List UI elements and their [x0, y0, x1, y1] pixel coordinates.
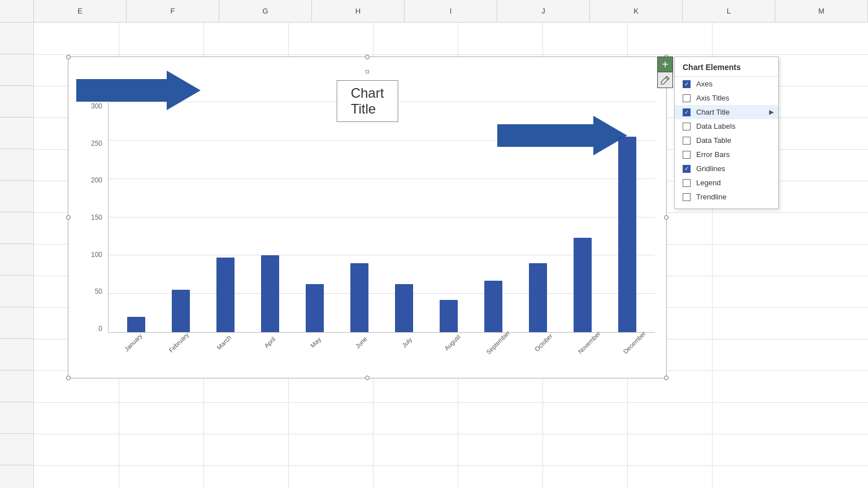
bar-group-february	[159, 102, 203, 332]
row-header-2	[0, 54, 33, 86]
x-label-group-april: April	[245, 336, 290, 375]
x-label-august: August	[443, 333, 462, 352]
handle-top-left[interactable]	[66, 55, 71, 59]
col-header-m: M	[775, 0, 868, 22]
label-chart-title: Chart Title	[696, 108, 730, 116]
x-label-group-march: March	[199, 336, 245, 375]
x-label-february: February	[167, 331, 190, 354]
checkbox-trendline[interactable]	[683, 193, 691, 201]
format-element-button[interactable]	[657, 72, 673, 88]
y-label-150: 150	[80, 213, 102, 221]
bar-december[interactable]	[618, 137, 636, 332]
grid-cells[interactable]: Chart Title 0 50 100 150 200 250 300	[34, 23, 868, 488]
col-header-g: G	[219, 0, 312, 22]
x-label-group-july: July	[381, 336, 427, 375]
bar-april[interactable]	[261, 255, 279, 332]
svg-line-2	[666, 77, 668, 80]
bar-october[interactable]	[529, 263, 547, 332]
col-header-k: K	[590, 0, 683, 22]
row-headers	[0, 23, 34, 488]
handle-bot-left[interactable]	[66, 376, 71, 380]
row-header-7	[0, 212, 33, 244]
chart-title[interactable]: Chart Title	[337, 80, 398, 122]
col-header-i: I	[405, 0, 497, 22]
panel-item-axes[interactable]: Axes	[675, 77, 778, 91]
bar-august[interactable]	[440, 300, 458, 332]
x-label-group-november: November	[564, 336, 610, 375]
x-label-april: April	[263, 336, 277, 349]
add-element-button[interactable]: +	[657, 56, 673, 72]
panel-item-trendline[interactable]: Trendline	[675, 190, 778, 204]
checkbox-axis-titles[interactable]	[683, 94, 691, 102]
x-label-may: May	[309, 336, 322, 349]
panel-item-gridlines[interactable]: Gridlines	[675, 162, 778, 176]
row-header-5	[0, 149, 33, 181]
panel-item-data-table[interactable]: Data Table	[675, 133, 778, 147]
panel-item-chart-title[interactable]: Chart Title ▶	[675, 105, 778, 119]
checkbox-gridlines[interactable]	[683, 165, 691, 173]
checkbox-error-bars[interactable]	[683, 151, 691, 159]
col-header-h: H	[312, 0, 405, 22]
x-label-group-february: February	[154, 336, 199, 375]
row-header-1	[0, 23, 33, 54]
x-label-group-september: September	[472, 336, 518, 375]
handle-bot-right[interactable]	[664, 376, 669, 380]
bar-january[interactable]	[127, 317, 145, 332]
grid-body: Chart Title 0 50 100 150 200 250 300	[0, 23, 868, 488]
x-label-september: September	[485, 329, 511, 356]
handle-mid-left[interactable]	[66, 215, 71, 220]
x-label-october: October	[533, 332, 554, 352]
bar-june[interactable]	[350, 263, 368, 332]
panel-item-axis-titles[interactable]: Axis Titles	[675, 91, 778, 105]
handle-mid-right[interactable]	[664, 215, 669, 220]
x-label-group-january: January	[108, 336, 154, 375]
handle-bot-mid[interactable]	[365, 376, 370, 380]
y-label-100: 100	[80, 251, 102, 259]
bar-may[interactable]	[306, 284, 324, 332]
bar-february[interactable]	[172, 290, 190, 332]
checkbox-legend[interactable]	[683, 179, 691, 187]
bar-november[interactable]	[574, 238, 592, 332]
row-header-8	[0, 244, 33, 276]
x-label-july: July	[400, 336, 413, 348]
bar-group-april	[248, 102, 293, 332]
panel-item-error-bars[interactable]: Error Bars	[675, 147, 778, 162]
label-legend: Legend	[696, 178, 721, 187]
arrow-left	[76, 71, 201, 110]
label-axes: Axes	[696, 80, 713, 88]
panel-item-data-labels[interactable]: Data Labels	[675, 119, 778, 133]
bar-july[interactable]	[395, 284, 413, 332]
chart-elements-panel[interactable]: Chart Elements Axes Axis Titles Chart Ti…	[674, 56, 779, 209]
bar-september[interactable]	[484, 281, 502, 332]
checkbox-chart-title[interactable]	[683, 108, 691, 116]
col-header-f: F	[127, 0, 219, 22]
y-label-50: 50	[80, 287, 102, 295]
bar-march[interactable]	[216, 258, 235, 332]
handle-top-mid[interactable]	[365, 55, 370, 59]
label-error-bars: Error Bars	[696, 150, 730, 159]
checkbox-data-labels[interactable]	[683, 123, 691, 130]
x-label-group-june: June	[336, 336, 381, 375]
label-data-labels: Data Labels	[696, 122, 735, 130]
svg-marker-1	[497, 116, 627, 155]
arrow-right	[497, 116, 627, 155]
x-labels: JanuaryFebruaryMarchAprilMayJuneJulyAugu…	[108, 336, 655, 375]
row-header-13	[0, 402, 33, 434]
col-header-e: E	[34, 0, 127, 22]
row-header-9	[0, 276, 33, 307]
x-label-group-august: August	[427, 336, 473, 375]
row-header-3	[0, 86, 33, 117]
label-data-table: Data Table	[696, 136, 731, 145]
panel-item-legend[interactable]: Legend	[675, 176, 778, 190]
checkbox-data-table[interactable]	[683, 137, 691, 145]
bar-group-july	[382, 102, 427, 332]
x-label-group-october: October	[518, 336, 564, 375]
bar-group-may	[293, 102, 337, 332]
x-label-november: November	[576, 330, 601, 355]
row-header-4	[0, 117, 33, 149]
bar-group-june	[337, 102, 382, 332]
checkbox-axes[interactable]	[683, 80, 691, 88]
column-headers: E F G H I J K L M	[0, 0, 868, 23]
spreadsheet: E F G H I J K L M	[0, 0, 868, 488]
label-gridlines: Gridlines	[696, 164, 725, 173]
